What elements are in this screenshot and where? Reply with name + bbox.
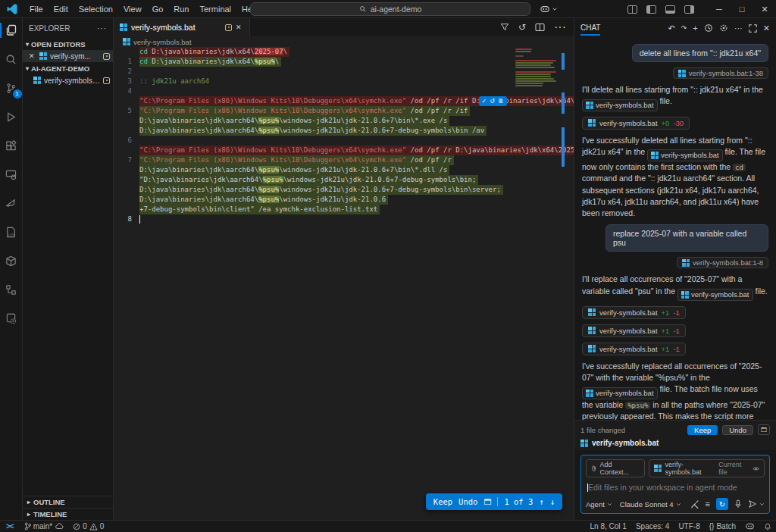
- maximize-button[interactable]: □: [731, 0, 753, 18]
- encoding[interactable]: UTF-8: [674, 522, 704, 530]
- undo-action[interactable]: Undo: [458, 497, 477, 506]
- history-icon[interactable]: [704, 23, 713, 33]
- menu-view[interactable]: View: [118, 2, 147, 17]
- close-button[interactable]: ✕: [753, 0, 776, 18]
- eye-icon[interactable]: [753, 466, 759, 471]
- file-change-chip[interactable]: verify-symbols.bat+1-1: [582, 306, 686, 319]
- editor-line[interactable]: D:\java\binaries\jdk\aarch64\%psu%\windo…: [114, 116, 574, 126]
- chat-text-input[interactable]: Edit files in your workspace in agent mo…: [587, 483, 763, 492]
- container-icon[interactable]: [2, 252, 20, 270]
- discard-icon[interactable]: ↺: [518, 22, 526, 33]
- editor-line[interactable]: 5"C:\Program Files (x86)\Windows Kits\10…: [114, 106, 574, 116]
- layers-icon[interactable]: ≡: [706, 499, 710, 509]
- ai-toolkit-icon[interactable]: [2, 309, 20, 327]
- keep-button[interactable]: Keep: [687, 425, 718, 435]
- mode-picker[interactable]: Agent: [586, 500, 612, 509]
- sidebar-more-icon[interactable]: ···: [97, 24, 107, 33]
- close-chat-icon[interactable]: ✕: [763, 23, 770, 33]
- overview-ruler[interactable]: [562, 47, 565, 520]
- microphone-icon[interactable]: [734, 499, 742, 509]
- editor-line[interactable]: "C:\Program Files (x86)\Windows Kits\10\…: [114, 146, 574, 155]
- editor-line[interactable]: 8: [114, 214, 574, 224]
- remote-indicator[interactable]: ><: [0, 521, 20, 532]
- copilot-menu[interactable]: [540, 2, 558, 17]
- model-picker[interactable]: Claude Sonnet 4: [620, 500, 681, 509]
- keep-action[interactable]: Keep: [433, 497, 452, 506]
- log-viewer-icon[interactable]: LOG: [2, 223, 20, 241]
- command-center-search[interactable]: ai-agent-demo: [250, 2, 530, 16]
- tools-icon[interactable]: [690, 499, 699, 509]
- split-editor-icon[interactable]: [535, 23, 545, 32]
- source-control-icon[interactable]: 1: [2, 79, 20, 97]
- close-icon[interactable]: ✕: [29, 52, 36, 60]
- indentation[interactable]: Spaces: 4: [631, 522, 674, 530]
- cursor-position[interactable]: Ln 8, Col 1: [586, 522, 631, 530]
- menu-selection[interactable]: Selection: [74, 2, 118, 17]
- editor-line[interactable]: D:\java\binaries\jdk\aarch64\%psu%\windo…: [114, 185, 574, 195]
- new-chat-icon[interactable]: +: [693, 23, 697, 33]
- workspace-file-item[interactable]: verify-symbols....: [23, 74, 113, 86]
- editor-line[interactable]: 7"C:\Program Files (x86)\Windows Kits\10…: [114, 155, 574, 165]
- inline-file-chip[interactable]: verify-symbols.bat: [582, 99, 658, 111]
- minimap[interactable]: [515, 49, 557, 89]
- search-icon[interactable]: [2, 50, 20, 68]
- tab-close-icon[interactable]: ✕: [236, 23, 243, 31]
- editor-line[interactable]: cd D:\java\binaries\jdk\x64\2025-07\: [114, 47, 574, 57]
- outline-section[interactable]: ▸ OUTLINE: [23, 496, 113, 508]
- editor-line[interactable]: D:\java\binaries\jdk\aarch64\%psu%\windo…: [114, 195, 574, 205]
- save-icon[interactable]: 🗔: [483, 498, 491, 506]
- minimize-button[interactable]: ─: [708, 0, 731, 18]
- menu-file[interactable]: File: [24, 2, 48, 17]
- editor-line[interactable]: 1cd D:\java\binaries\jdk\x64\%psu%\: [114, 57, 574, 67]
- file-change-chip[interactable]: verify-symbols.bat+1-1: [582, 324, 686, 337]
- editor-line[interactable]: D:\java\binaries\jdk\aarch64\%psu%\windo…: [114, 126, 574, 136]
- chat-input-box[interactable]: Add Context... verify-symbols.bat Curren…: [580, 455, 770, 514]
- timeline-section[interactable]: ▸ TIMELINE: [23, 508, 113, 520]
- more-icon[interactable]: ···: [734, 23, 743, 33]
- editor-line[interactable]: +7-debug-symbols\bin\client" /ea symchk-…: [114, 205, 574, 214]
- editor-line[interactable]: 3:: jdk21u aarch64: [114, 77, 574, 86]
- run-debug-icon[interactable]: [2, 108, 20, 126]
- explorer-icon[interactable]: [2, 21, 20, 39]
- extensions-icon[interactable]: [2, 136, 20, 155]
- file-change-chip[interactable]: verify-symbols.bat+1-1: [582, 343, 686, 355]
- tab-verify-symbols[interactable]: verify-symbols.bat ✕: [114, 18, 250, 36]
- notifications-bell[interactable]: [759, 522, 776, 530]
- next-change-icon[interactable]: ↓: [550, 497, 555, 506]
- editor-line[interactable]: "C:\Program Files (x86)\Windows Kits\10\…: [114, 96, 574, 106]
- open-editors-section[interactable]: ▾ OPEN EDITORS: [23, 38, 113, 50]
- remote-explorer-icon[interactable]: [2, 165, 20, 183]
- menu-run[interactable]: Run: [168, 2, 194, 17]
- copilot-status[interactable]: [740, 522, 759, 530]
- auto-approve-button[interactable]: ↻: [716, 498, 728, 510]
- branch-indicator[interactable]: main*: [20, 521, 69, 532]
- attached-context-chip[interactable]: verify-symbols.bat:1-8: [677, 257, 768, 268]
- open-editor-item[interactable]: ✕ verify-sym...: [23, 50, 113, 62]
- undo-button[interactable]: Undo: [722, 425, 753, 435]
- workspace-section[interactable]: ▾ AI-AGENT-DEMO: [23, 62, 113, 74]
- gear-icon[interactable]: [719, 23, 728, 33]
- editor-line[interactable]: 6: [114, 136, 574, 146]
- editor-content[interactable]: cd D:\java\binaries\jdk\x64\2025-07\1cd …: [114, 47, 574, 520]
- editor-line[interactable]: D:\java\binaries\jdk\aarch64\%psu%\windo…: [114, 165, 574, 175]
- view-changes-icon[interactable]: 🗔: [758, 424, 770, 435]
- redo-icon[interactable]: ↷: [681, 24, 687, 32]
- inline-file-chip[interactable]: verify-symbols.bat: [582, 387, 658, 399]
- undo-icon[interactable]: ↶: [668, 23, 675, 33]
- problems-indicator[interactable]: 0 0: [68, 521, 108, 532]
- prev-change-icon[interactable]: ↑: [539, 497, 543, 506]
- toggle-sidebar-icon[interactable]: [646, 5, 656, 14]
- editor-line[interactable]: 4: [114, 86, 574, 96]
- menu-go[interactable]: Go: [147, 2, 169, 17]
- menu-terminal[interactable]: Terminal: [195, 2, 237, 17]
- menu-edit[interactable]: Edit: [48, 2, 74, 17]
- more-actions-icon[interactable]: ···: [554, 20, 566, 34]
- breadcrumb[interactable]: verify-symbols.bat: [114, 36, 574, 47]
- send-button[interactable]: [748, 499, 765, 509]
- accept-change-icon[interactable]: ✓: [482, 96, 487, 106]
- discard-change-icon[interactable]: ↺: [490, 96, 495, 106]
- view-diff-icon[interactable]: 🗎: [498, 96, 504, 106]
- chat-tab[interactable]: CHAT: [580, 20, 600, 36]
- editor-line[interactable]: "D:\java\binaries\jdk\aarch64\%psu%\wind…: [114, 175, 574, 185]
- language-mode[interactable]: {}Batch: [705, 522, 740, 530]
